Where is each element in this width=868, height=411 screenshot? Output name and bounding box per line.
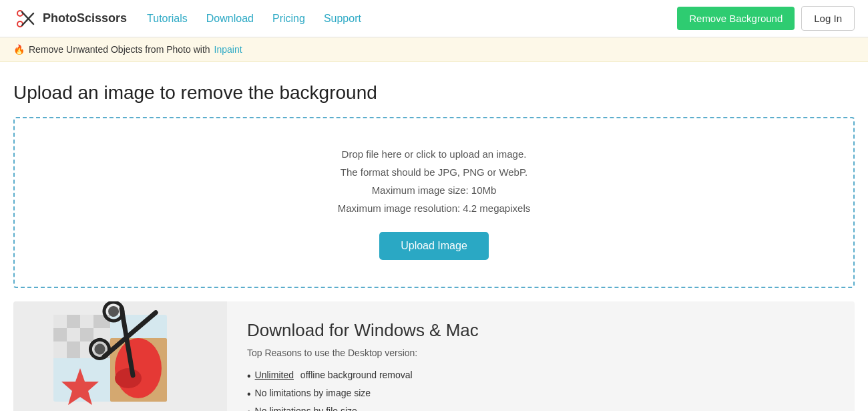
main-content: Upload an image to remove the background… (0, 62, 868, 411)
remove-background-button[interactable]: Remove Background (677, 7, 795, 30)
upload-dropzone[interactable]: Drop file here or click to upload an ima… (13, 117, 855, 288)
feature-2: No limitations by image size (247, 386, 835, 404)
download-content: Download for Windows & Mac Top Reasons t… (227, 301, 855, 411)
nav-support[interactable]: Support (324, 13, 361, 25)
svg-rect-16 (67, 341, 80, 358)
upload-description: Drop file here or click to upload an ima… (338, 145, 530, 217)
svg-rect-7 (53, 315, 67, 328)
logo-area: PhotoScissors (13, 7, 127, 31)
svg-rect-13 (80, 328, 93, 341)
svg-rect-9 (80, 315, 93, 328)
main-nav: Tutorials Download Pricing Support (147, 13, 677, 25)
svg-point-0 (13, 7, 37, 31)
page-title: Upload an image to remove the background (13, 82, 855, 104)
feature-1: Unlimited offline background removal (247, 368, 835, 386)
promo-banner: 🔥 Remove Unwanted Objects from Photo wit… (0, 37, 868, 62)
logo-icon (13, 7, 37, 31)
banner-icon: 🔥 (13, 44, 25, 55)
banner-text: Remove Unwanted Objects from Photo with (29, 44, 210, 55)
login-button[interactable]: Log In (801, 6, 855, 31)
features-list: Unlimited offline background removal No … (247, 368, 835, 411)
upload-line3: Maximum image size: 10Mb (338, 181, 530, 199)
svg-rect-8 (67, 315, 80, 328)
upload-image-button[interactable]: Upload Image (379, 232, 489, 260)
download-illustration (13, 301, 227, 411)
upload-line4: Maximum image resolution: 4.2 megapixels (338, 199, 530, 217)
illustration-svg (13, 301, 227, 411)
download-section: Download for Windows & Mac Top Reasons t… (13, 301, 855, 411)
feature-1-underline: Unlimited (255, 370, 294, 380)
header: PhotoScissors Tutorials Download Pricing… (0, 0, 868, 37)
header-actions: Remove Background Log In (677, 6, 855, 31)
svg-point-20 (115, 338, 162, 398)
download-subtitle: Top Reasons to use the Desktop version: (247, 348, 835, 358)
logo-text: PhotoScissors (43, 11, 127, 25)
download-title: Download for Windows & Mac (247, 320, 835, 341)
svg-point-21 (115, 368, 142, 388)
nav-download[interactable]: Download (206, 13, 254, 25)
svg-rect-12 (67, 328, 80, 341)
banner-link[interactable]: Inpaint (214, 44, 242, 55)
nav-tutorials[interactable]: Tutorials (147, 13, 188, 25)
svg-rect-15 (53, 341, 67, 358)
nav-pricing[interactable]: Pricing (272, 13, 305, 25)
upload-line2: The format should be JPG, PNG or WebP. (338, 163, 530, 181)
upload-line1: Drop file here or click to upload an ima… (338, 145, 530, 163)
svg-rect-11 (53, 328, 67, 341)
feature-3: No limitations by file size (247, 404, 835, 411)
